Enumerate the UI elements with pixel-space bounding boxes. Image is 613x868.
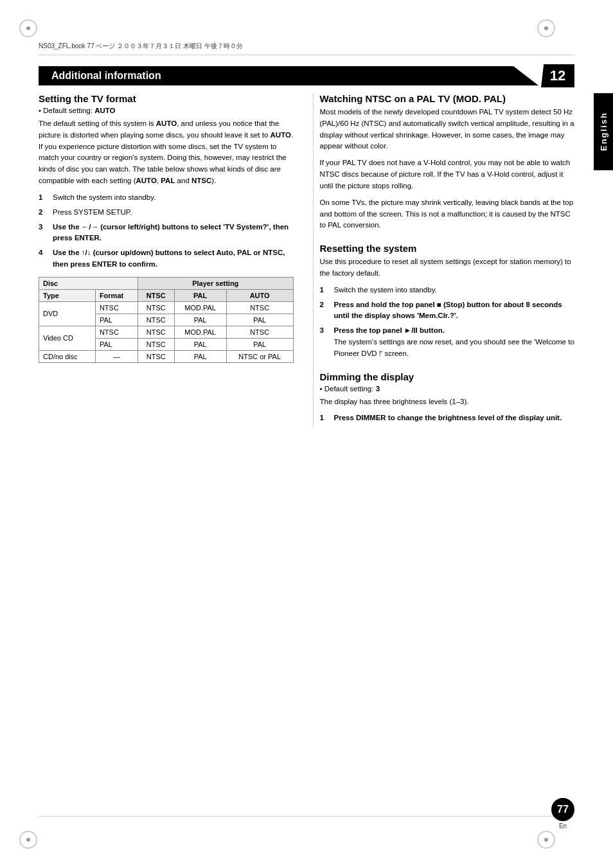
table-subheader-format: Format	[95, 289, 138, 301]
disc-format-cd: —	[95, 350, 138, 362]
reset-step-1: 1 Switch the system into standby.	[320, 285, 575, 296]
chapter-number-text: 12	[550, 67, 565, 84]
disc-type-cd: CD/no disc	[39, 350, 96, 362]
dimming-title: Dimming the display	[320, 371, 575, 382]
disc-type-vcd: Video CD	[39, 326, 96, 350]
cell-dvd-pal-pal: PAL	[174, 314, 226, 326]
dimming-default-label: • Default setting:	[320, 385, 376, 393]
cell-dvd-ntsc-auto: NTSC	[226, 301, 293, 314]
watching-ntsc-body2: If your PAL TV does not have a V-Hold co…	[320, 157, 575, 191]
cell-vcd-ntsc-pal: MOD.PAL	[174, 326, 226, 338]
page-number-box: 77 En	[551, 798, 574, 829]
corner-mark-tl	[19, 19, 37, 37]
cell-vcd-pal-auto: PAL	[226, 338, 293, 350]
watching-ntsc-body3: On some TVs, the picture may shrink vert…	[320, 197, 575, 231]
chapter-title-text: Additional information	[51, 70, 161, 81]
table-subheader-ntsc: NTSC	[138, 289, 175, 301]
tv-format-body: The default setting of this system is AU…	[39, 118, 294, 187]
divider-top	[39, 55, 574, 55]
sidebar-language-text: English	[599, 112, 609, 152]
watching-ntsc-title: Watching NTSC on a PAL TV (MOD. PAL)	[320, 93, 575, 104]
corner-mark-bl	[19, 831, 37, 849]
reset-step-3: 3 Press the top panel ►/II button.The sy…	[320, 325, 575, 359]
page-suffix: En	[559, 822, 567, 829]
divider-bottom	[39, 816, 574, 817]
cell-vcd-pal-pal: PAL	[174, 338, 226, 350]
table-row: Video CD NTSC NTSC MOD.PAL NTSC	[39, 326, 294, 338]
disc-format-pal: PAL	[95, 314, 138, 326]
default-setting-label: • Default setting:	[39, 107, 94, 114]
table-subheader-type: Type	[39, 289, 96, 301]
page-number-circle: 77	[551, 798, 574, 821]
setting-tv-format-title: Setting the TV format	[39, 93, 294, 104]
table-subheader-auto: AUTO	[226, 289, 293, 301]
step-4: 4 Use the ↑/↓ (cursor up/down) buttons t…	[39, 247, 294, 270]
cell-cd-auto: NTSC or PAL	[226, 350, 293, 362]
language-sidebar: English	[594, 93, 613, 170]
table-row: DVD NTSC NTSC MOD.PAL NTSC	[39, 301, 294, 314]
right-column: Watching NTSC on a PAL TV (MOD. PAL) Mos…	[313, 93, 575, 427]
default-setting-line: • Default setting: AUTO	[39, 107, 294, 114]
cell-dvd-ntsc-pal: MOD.PAL	[174, 301, 226, 314]
dimming-step-1: 1 Press DIMMER to change the brightness …	[320, 412, 575, 424]
cell-cd-ntsc: NTSC	[138, 350, 175, 362]
table-header-player: Player setting	[138, 277, 293, 289]
disc-type-dvd: DVD	[39, 301, 96, 326]
corner-mark-br	[537, 831, 555, 849]
cell-dvd-ntsc-ntsc: NTSC	[138, 301, 175, 314]
dimming-body: The display has three brightness levels …	[320, 396, 575, 408]
cell-dvd-pal-auto: PAL	[226, 314, 293, 326]
meta-line: NS03_ZFL.book 77 ページ ２００３年７月３１日 木曜日 午後７時…	[39, 42, 243, 51]
header-bar: Additional information 12	[39, 64, 574, 87]
cell-vcd-pal-ntsc: NTSC	[138, 338, 175, 350]
reset-step-2: 2 Press and hold the top panel ■ (Stop) …	[320, 299, 575, 323]
watching-ntsc-body1: Most models of the newly developed count…	[320, 107, 575, 152]
disc-format-vcd-ntsc: NTSC	[95, 326, 138, 338]
step-3: 3 Use the ←/→ (cursor left/right) button…	[39, 222, 294, 245]
corner-mark-tr	[537, 19, 555, 37]
main-content: Setting the TV format • Default setting:…	[39, 93, 574, 427]
disc-format-vcd-pal: PAL	[95, 338, 138, 350]
cell-cd-pal: PAL	[174, 350, 226, 362]
table-subheader-pal: PAL	[174, 289, 226, 301]
table-header-disc: Disc	[39, 277, 138, 289]
step-2: 2 Press SYSTEM SETUP.	[39, 207, 294, 218]
default-setting-value: AUTO	[94, 107, 115, 114]
dimming-default-line: • Default setting: 3	[320, 385, 575, 393]
left-column: Setting the TV format • Default setting:…	[39, 93, 300, 427]
filename-text: NS03_ZFL.book 77 ページ ２００３年７月３１日 木曜日 午後７時…	[39, 42, 243, 49]
table-row: CD/no disc — NTSC PAL NTSC or PAL	[39, 350, 294, 362]
cell-vcd-ntsc-ntsc: NTSC	[138, 326, 175, 338]
page-number: 77	[557, 804, 569, 815]
cell-vcd-ntsc-auto: NTSC	[226, 326, 293, 338]
resetting-title: Resetting the system	[320, 243, 575, 254]
resetting-body: Use this procedure to reset all system s…	[320, 256, 575, 279]
step-1: 1 Switch the system into standby.	[39, 192, 294, 204]
cell-dvd-pal-ntsc: NTSC	[138, 314, 175, 326]
chapter-title: Additional information	[39, 66, 538, 85]
chapter-number: 12	[541, 64, 574, 87]
dimming-default-value: 3	[376, 385, 380, 393]
disc-format-ntsc: NTSC	[95, 301, 138, 314]
disc-table: Disc Player setting Type Format NTSC PAL…	[39, 277, 294, 363]
